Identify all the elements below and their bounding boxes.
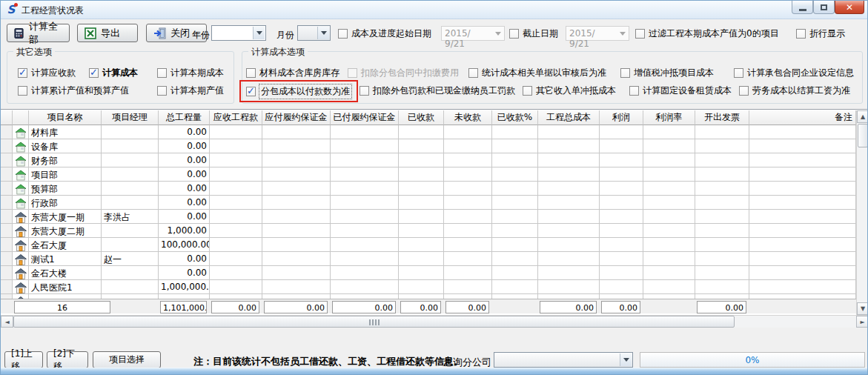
- cell-received[interactable]: [399, 153, 444, 167]
- cell-total_cost[interactable]: [538, 139, 600, 153]
- year-select[interactable]: [211, 25, 266, 41]
- column-header-name[interactable]: 项目名称: [29, 110, 102, 125]
- cell-unreceived[interactable]: [444, 196, 492, 210]
- cell-bond_paid[interactable]: [331, 182, 399, 196]
- cell-unreceived[interactable]: [444, 153, 492, 167]
- cell-recv[interactable]: [210, 238, 262, 252]
- cell-unreceived[interactable]: [444, 238, 492, 252]
- cost-checkbox-0-0[interactable]: 材料成本含库房库存: [246, 67, 339, 79]
- cell-recv[interactable]: [210, 182, 262, 196]
- scroll-down-icon[interactable]: ▼: [857, 302, 868, 315]
- cell-bond_pay[interactable]: [262, 238, 331, 252]
- cell-total_cost[interactable]: [538, 182, 600, 196]
- maximize-button[interactable]: [813, 1, 835, 14]
- scroll-right-icon[interactable]: ►: [856, 316, 868, 328]
- cell-bond_paid[interactable]: [331, 210, 399, 224]
- start-date-picker[interactable]: 2015/ 9/21: [441, 26, 505, 41]
- year-dropdown-arrow-icon[interactable]: [253, 27, 265, 39]
- cell-qty[interactable]: 0.00: [159, 196, 210, 210]
- scroll-up-icon[interactable]: ▲: [857, 110, 868, 123]
- cell-bond_paid[interactable]: [331, 252, 399, 266]
- checkbox-box-icon[interactable]: [18, 68, 27, 78]
- horizontal-scrollbar[interactable]: ◄ ►: [1, 315, 868, 328]
- cell-bond_paid[interactable]: [331, 266, 399, 280]
- cell-remark[interactable]: [749, 210, 856, 224]
- cell-name[interactable]: 测试1: [29, 252, 102, 266]
- cell-icon[interactable]: [13, 182, 29, 196]
- cell-profit[interactable]: [600, 139, 643, 153]
- cell-qty[interactable]: 0.00: [159, 182, 210, 196]
- cell-unreceived[interactable]: [444, 252, 492, 266]
- cell-received[interactable]: [399, 224, 444, 238]
- cell-qty[interactable]: 0.00: [159, 139, 210, 153]
- cell-bond_pay[interactable]: [262, 153, 331, 167]
- cell-icon[interactable]: [13, 139, 29, 153]
- cell-total_cost[interactable]: [538, 280, 600, 294]
- column-header-icon[interactable]: [13, 110, 29, 125]
- cost-checkbox-1-1[interactable]: 扣除外包罚款和已现金缴纳员工罚款: [360, 84, 515, 97]
- cell-received[interactable]: [399, 280, 444, 294]
- cell-manager[interactable]: [102, 238, 159, 252]
- cell-bond_pay[interactable]: [262, 125, 331, 139]
- start-date-checkbox-box[interactable]: [338, 29, 348, 39]
- cell-profit_rate[interactable]: [643, 210, 695, 224]
- cell-name[interactable]: 金石大厦: [29, 238, 102, 252]
- cell-icon[interactable]: [13, 153, 29, 167]
- cell-profit[interactable]: [600, 238, 643, 252]
- cell-icon[interactable]: [13, 238, 29, 252]
- checkbox-box-icon[interactable]: [734, 68, 743, 78]
- cell-name[interactable]: 东营大厦二期: [29, 224, 102, 238]
- cell-bond_pay[interactable]: [262, 139, 331, 153]
- cell-received[interactable]: [399, 182, 444, 196]
- cell-profit_rate[interactable]: [643, 238, 695, 252]
- cell-manager[interactable]: [102, 125, 159, 139]
- cell-bond_paid[interactable]: [331, 153, 399, 167]
- cell-profit[interactable]: [600, 167, 643, 182]
- cell-profit_rate[interactable]: [643, 182, 695, 196]
- cell-remark[interactable]: [749, 196, 856, 210]
- cell-unreceived[interactable]: [444, 139, 492, 153]
- cell-invoice[interactable]: [695, 139, 749, 153]
- cell-total_cost[interactable]: [538, 266, 600, 280]
- cell-bond_pay[interactable]: [262, 210, 331, 224]
- table-row[interactable]: 行政部0.00: [1, 196, 856, 210]
- column-header-profit[interactable]: 利润: [600, 110, 643, 125]
- table-row[interactable]: 东营大厦二期1,000.00: [1, 224, 856, 238]
- cost-checkbox-0-3[interactable]: 增值税冲抵项目成本: [620, 67, 714, 79]
- checkbox-box-icon[interactable]: [360, 86, 369, 96]
- cost-checkbox-0-2[interactable]: 统计成本相关单据以审核后为准: [468, 67, 606, 79]
- cell-unreceived[interactable]: [444, 182, 492, 196]
- cell-profit[interactable]: [600, 252, 643, 266]
- other-checkbox-1-1[interactable]: 计算本期产值: [157, 84, 224, 97]
- cell-unreceived[interactable]: [444, 167, 492, 182]
- cell-qty[interactable]: 0.00: [159, 210, 210, 224]
- cell-bond_paid[interactable]: [331, 125, 399, 139]
- cell-bond_pay[interactable]: [262, 280, 331, 294]
- cell-received[interactable]: [399, 167, 444, 182]
- table-row[interactable]: 财务部0.00: [1, 153, 856, 167]
- cell-manager[interactable]: [102, 139, 159, 153]
- cell-received[interactable]: [399, 238, 444, 252]
- cell-recv[interactable]: [210, 167, 262, 182]
- cost-checkbox-1-4[interactable]: 劳务成本以结算工资为准: [739, 84, 850, 97]
- move-up-button[interactable]: [1]上移: [4, 351, 43, 368]
- cell-received[interactable]: [399, 266, 444, 280]
- column-header-unreceived[interactable]: 未收款: [444, 110, 492, 125]
- cell-qty[interactable]: 0.00: [159, 167, 210, 182]
- column-header-qty[interactable]: 总工程量: [159, 110, 210, 125]
- select-project-button[interactable]: 项目选择: [93, 351, 161, 368]
- cell-profit[interactable]: [600, 280, 643, 294]
- checkbox-box-icon[interactable]: [18, 86, 27, 96]
- cell-qty[interactable]: 100,000.00: [159, 238, 210, 252]
- table-row[interactable]: 金石大楼0.00: [1, 266, 856, 280]
- checkbox-box-icon[interactable]: [739, 86, 749, 96]
- cell-profit_rate[interactable]: [643, 196, 695, 210]
- cell-profit[interactable]: [600, 125, 643, 139]
- column-header-sel[interactable]: [1, 110, 13, 125]
- cell-remark[interactable]: [749, 167, 856, 182]
- filter-zero-checkbox[interactable]: 过滤工程本期成本产值为0的项目: [635, 27, 779, 40]
- column-header-received_pct[interactable]: 已收款%: [492, 110, 538, 125]
- horizontal-scroll-thumb[interactable]: [13, 316, 735, 328]
- cell-profit[interactable]: [600, 182, 643, 196]
- column-header-bond_pay[interactable]: 应付履约保证金: [262, 110, 331, 125]
